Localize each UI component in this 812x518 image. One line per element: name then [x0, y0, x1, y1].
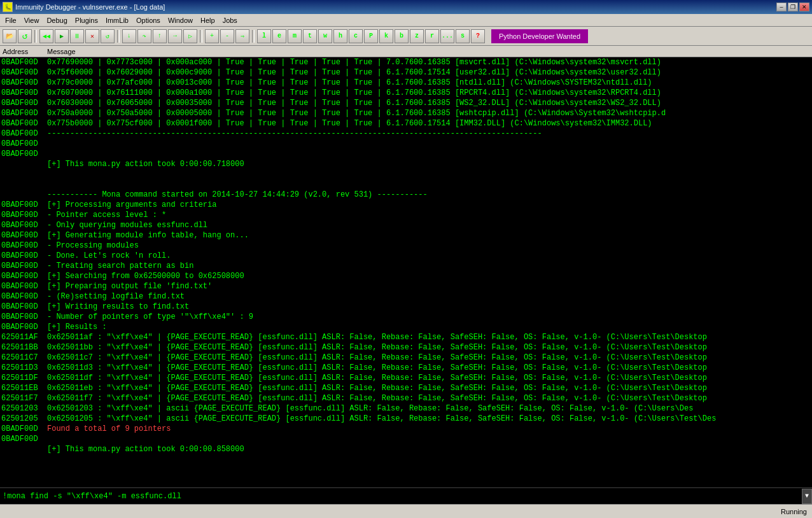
toolbar-l[interactable]: l: [257, 29, 271, 43]
table-row: 0BADF00D--------------------------------…: [0, 129, 812, 139]
log-address: 0BADF00D: [0, 139, 45, 149]
toolbar-restart[interactable]: ↺: [101, 29, 115, 43]
menu-debug[interactable]: Debug: [43, 16, 71, 25]
toolbar: 📂 ↺ ◀◀ ▶ ⏸ ✕ ↺ ↓ ↷ ↑ → ▷ + - ⇒ l e m t w…: [0, 27, 812, 46]
toolbar-reload[interactable]: ↺: [18, 29, 32, 43]
log-address: 0BADF00D: [0, 220, 45, 230]
table-row: [0, 169, 812, 179]
log-address: 0BADF00D: [0, 57, 45, 67]
log-message: 0x750a0000 | 0x750a5000 | 0x00005000 | T…: [45, 108, 812, 118]
log-message: 0x625011f7 : "\xff\xe4" | {PAGE_EXECUTE_…: [45, 393, 812, 403]
toolbar-play[interactable]: ▶: [55, 29, 69, 43]
log-message: [+] Results :: [45, 322, 812, 332]
menu-jobs[interactable]: Jobs: [219, 16, 241, 25]
toolbar-back2[interactable]: -: [220, 29, 234, 43]
toolbar-stepinto[interactable]: ↓: [122, 29, 136, 43]
log-message: 0x62501205 : "\xff\xe4" | ascii {PAGE_EX…: [45, 414, 812, 424]
toolbar-e[interactable]: e: [272, 29, 286, 43]
table-row: 625011DF 0x625011df : "\xff\xe4" | {PAGE…: [0, 373, 812, 383]
toolbar-runto[interactable]: →: [168, 29, 182, 43]
command-input[interactable]: [0, 489, 802, 504]
minimize-button[interactable]: –: [776, 3, 787, 11]
toolbar-open[interactable]: 📂: [3, 29, 17, 43]
menu-file[interactable]: File: [1, 16, 20, 25]
toolbar-h[interactable]: h: [333, 29, 347, 43]
toolbar-dots[interactable]: ...: [440, 29, 454, 43]
toolbar-animate[interactable]: ▷: [183, 29, 197, 43]
table-row: 0BADF00D - Only querying modules essfunc…: [0, 220, 812, 230]
log-message: 0x77690000 | 0x7773c000 | 0x000ac000 | T…: [45, 57, 812, 67]
menu-immlib[interactable]: ImmLib: [102, 16, 132, 25]
close-button[interactable]: ✕: [799, 3, 809, 11]
log-message: [45, 149, 812, 159]
toolbar-c[interactable]: c: [349, 29, 363, 43]
log-address: [0, 169, 45, 179]
table-row: 0BADF00D[+] Generating module info table…: [0, 230, 812, 241]
toolbar-trace[interactable]: +: [205, 29, 219, 43]
table-row: [+] This mona.py action took 0:00:00.718…: [0, 159, 812, 169]
log-message: [45, 179, 812, 190]
log-address: 0BADF00D: [0, 88, 45, 98]
toolbar-z[interactable]: z: [410, 29, 424, 43]
log-address: [0, 444, 45, 454]
menu-window[interactable]: Window: [164, 16, 197, 25]
status-text: Running: [781, 508, 807, 515]
log-address: 0BADF00D: [0, 98, 45, 108]
log-message: 0x625011df : "\xff\xe4" | {PAGE_EXECUTE_…: [45, 373, 812, 383]
table-row: 0BADF00D - Treating search pattern as bi…: [0, 261, 812, 271]
toolbar-sep4: [252, 30, 255, 43]
toolbar-r[interactable]: r: [425, 29, 439, 43]
toolbar-stepover[interactable]: ↷: [137, 29, 151, 43]
log-address: 0BADF00D: [0, 281, 45, 291]
log-address: [0, 190, 45, 200]
toolbar-sep3: [200, 30, 202, 43]
command-dropdown[interactable]: ▼: [802, 489, 812, 504]
log-area[interactable]: 0BADF00D0x77690000 | 0x7773c000 | 0x000a…: [0, 57, 812, 487]
log-message: - Only querying modules essfunc.dll: [45, 220, 812, 230]
log-message: ----------- Mona command started on 2014…: [45, 190, 812, 200]
toolbar-t[interactable]: t: [303, 29, 317, 43]
table-row: 625011C7 0x625011c7 : "\xff\xe4" | {PAGE…: [0, 353, 812, 363]
log-address: [0, 159, 45, 169]
toolbar-w[interactable]: w: [318, 29, 332, 43]
log-message: 0x76030000 | 0x76065000 | 0x00035000 | T…: [45, 98, 812, 108]
log-message: 0x76070000 | 0x76111000 | 0x000a1000 | T…: [45, 88, 812, 98]
toolbar-stop[interactable]: ✕: [85, 29, 99, 43]
toolbar-k[interactable]: k: [379, 29, 393, 43]
restore-button[interactable]: ❐: [788, 3, 798, 11]
log-address: 0BADF00D: [0, 210, 45, 220]
table-row: 0BADF00D - Number of pointers of type '"…: [0, 312, 812, 322]
toolbar-m[interactable]: m: [288, 29, 302, 43]
table-row: 625011F7 0x625011f7 : "\xff\xe4" | {PAGE…: [0, 393, 812, 403]
toolbar-pause[interactable]: ⏸: [70, 29, 84, 43]
log-message: 0x775b0000 | 0x775cf000 | 0x0001f000 | T…: [45, 118, 812, 129]
menu-options[interactable]: Options: [132, 16, 164, 25]
log-message: ----------------------------------------…: [45, 129, 812, 139]
menu-plugins[interactable]: Plugins: [71, 16, 102, 25]
toolbar-b[interactable]: b: [395, 29, 409, 43]
table-row: 62501203 0x62501203 : "\xff\xe4" | ascii…: [0, 403, 812, 414]
col-message-header: Message: [47, 48, 809, 55]
table-row: 625011AF 0x625011af : "\xff\xe4" | {PAGE…: [0, 332, 812, 342]
toolbar-skip[interactable]: ⇒: [235, 29, 249, 43]
log-message: 0x625011c7 : "\xff\xe4" | {PAGE_EXECUTE_…: [45, 353, 812, 363]
menu-view[interactable]: View: [20, 16, 43, 25]
log-address: 62501203: [0, 403, 45, 414]
log-address: 0BADF00D: [0, 434, 45, 444]
log-address: [0, 179, 45, 190]
toolbar-bigp[interactable]: P: [364, 29, 378, 43]
title-bar-text: Immunity Debugger - vulnserver.exe - [Lo…: [15, 3, 165, 11]
toolbar-help[interactable]: ?: [471, 29, 485, 43]
log-address: 0BADF00D: [0, 230, 45, 241]
table-row: 625011BB 0x625011bb : "\xff\xe4" | {PAGE…: [0, 342, 812, 353]
log-message: [+] Processing arguments and criteria: [45, 200, 812, 210]
table-row: 0BADF00D: [0, 434, 812, 444]
menu-help[interactable]: Help: [197, 16, 219, 25]
table-row: ----------- Mona command started on 2014…: [0, 190, 812, 200]
title-bar-left: 🐛 Immunity Debugger - vulnserver.exe - […: [3, 2, 165, 12]
toolbar-back[interactable]: ◀◀: [39, 29, 53, 43]
table-row: 0BADF00D: [0, 149, 812, 159]
log-address: 0BADF00D: [0, 261, 45, 271]
toolbar-s[interactable]: s: [456, 29, 470, 43]
toolbar-stepout[interactable]: ↑: [153, 29, 167, 43]
